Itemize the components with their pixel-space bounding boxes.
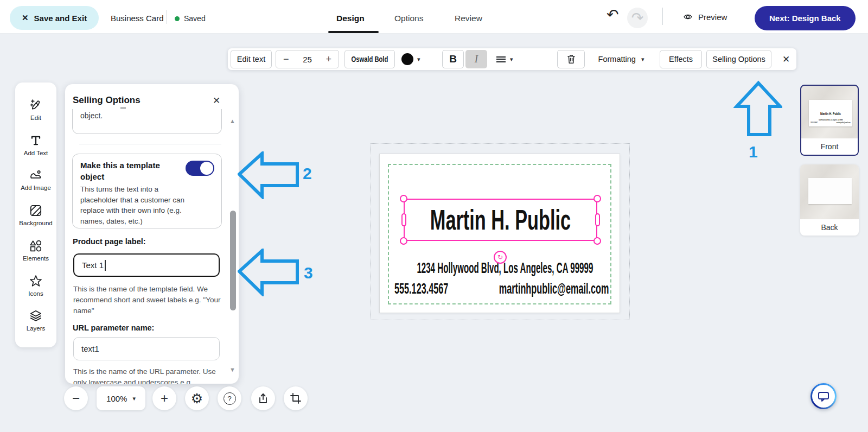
star-icon xyxy=(29,274,43,288)
sidebar-item-background[interactable]: Background xyxy=(19,204,52,226)
align-lines-icon xyxy=(496,55,506,63)
chevron-down-icon: ▾ xyxy=(510,56,513,63)
panel-scrollbar-thumb[interactable] xyxy=(230,211,236,310)
tools-sidebar: Edit Add Text Add Image Background xyxy=(15,82,56,347)
tab-review[interactable]: Review xyxy=(455,14,482,23)
save-status: Saved xyxy=(175,14,206,23)
chat-button[interactable] xyxy=(810,383,837,409)
product-page-label-input[interactable]: Text 1 xyxy=(73,253,220,277)
rotate-handle[interactable]: ↻ xyxy=(494,251,507,264)
thumbnail-back[interactable]: Back xyxy=(800,164,859,236)
question-icon: ? xyxy=(224,392,236,405)
zoom-level-value: 100% xyxy=(106,394,127,403)
redo-button[interactable]: ↷ xyxy=(627,8,648,28)
sidebar-item-label: Layers xyxy=(27,325,46,332)
text-align-button[interactable]: ▾ xyxy=(496,50,520,68)
product-page-label-value: Text 1 xyxy=(82,261,104,270)
scroll-down-icon[interactable]: ▼ xyxy=(229,366,235,373)
save-and-exit-button[interactable]: ✕ Save and Exit xyxy=(10,6,99,30)
italic-button[interactable]: I xyxy=(465,50,487,68)
resize-handle-bottom-right[interactable] xyxy=(593,237,601,245)
annotation-arrow-left-3 xyxy=(238,249,299,296)
annotation-arrow-up-1 xyxy=(733,80,782,137)
resize-handle-top-left[interactable] xyxy=(400,195,407,202)
next-design-back-button[interactable]: Next: Design Back xyxy=(755,6,856,30)
resize-handle-right[interactable] xyxy=(595,213,600,226)
sidebar-item-label: Edit xyxy=(30,115,41,121)
eye-icon xyxy=(682,12,693,21)
bold-button[interactable]: B xyxy=(442,50,464,68)
close-icon: ✕ xyxy=(22,13,29,23)
card-address-text[interactable]: 1234 Hollywood Blvd, Los Angeles, CA 999… xyxy=(403,260,607,276)
resize-handle-left[interactable] xyxy=(401,213,406,226)
preview-button[interactable]: Preview xyxy=(682,9,727,24)
text-cursor xyxy=(105,260,106,271)
active-tab-underline xyxy=(328,31,379,33)
magic-pencil-icon xyxy=(29,98,43,112)
topbar-divider xyxy=(167,10,167,24)
chevron-down-icon: ▾ xyxy=(417,56,420,63)
font-size-value[interactable]: 25 xyxy=(303,55,312,64)
zoom-out-button[interactable]: − xyxy=(64,386,88,410)
selling-options-button[interactable]: Selling Options xyxy=(706,50,771,68)
top-bar: ✕ Save and Exit Business Card Saved Desi… xyxy=(0,0,868,34)
sidebar-item-label: Add Text xyxy=(24,150,48,156)
sidebar-item-edit[interactable]: Edit xyxy=(29,98,43,121)
url-parameter-label: URL parameter name: xyxy=(73,323,154,332)
product-page-label: Product page label: xyxy=(73,237,146,246)
url-parameter-input[interactable]: text1 xyxy=(73,337,220,360)
zoom-in-button[interactable]: + xyxy=(152,386,176,410)
zoom-level-dropdown[interactable]: 100% ▾ xyxy=(97,386,145,410)
font-size-decrease-button[interactable]: − xyxy=(283,54,289,65)
panel-divider xyxy=(79,144,221,144)
resize-handle-top-right[interactable] xyxy=(593,195,601,202)
formatting-dropdown[interactable]: Formatting ▾ xyxy=(594,50,648,68)
effects-button[interactable]: Effects xyxy=(660,50,702,68)
card-email-text[interactable]: martinhpublic@email.com xyxy=(478,281,609,297)
sidebar-item-layers[interactable]: Layers xyxy=(27,309,46,332)
sidebar-item-label: Elements xyxy=(23,255,49,262)
tab-options[interactable]: Options xyxy=(394,14,423,23)
sidebar-item-add-image[interactable]: Add Image xyxy=(21,168,51,191)
resize-handle-bottom-left[interactable] xyxy=(400,237,407,245)
delete-button[interactable] xyxy=(557,50,585,68)
text-selection-box[interactable] xyxy=(404,199,597,241)
scroll-up-icon[interactable]: ▲ xyxy=(229,118,235,124)
template-toggle[interactable] xyxy=(186,161,214,176)
font-family-button[interactable]: Oswald Bold xyxy=(344,50,395,68)
annotation-number-1: 1 xyxy=(749,143,758,161)
text-color-button[interactable]: ▾ xyxy=(401,50,426,68)
chevron-down-icon: ▾ xyxy=(132,395,136,402)
front-label: Front xyxy=(801,138,858,155)
trash-icon xyxy=(566,54,576,65)
selling-options-panel: Selling Options ✕ object. Make this a te… xyxy=(65,84,239,384)
sidebar-item-icons[interactable]: Icons xyxy=(28,274,43,297)
crop-icon xyxy=(290,393,301,404)
text-icon xyxy=(29,134,43,148)
toolbar-close-button[interactable]: ✕ xyxy=(778,50,794,68)
sidebar-item-label: Add Image xyxy=(21,185,51,191)
thumbnail-front[interactable]: Martin H. Public 1234 Hollywood Blvd, Lo… xyxy=(800,85,859,156)
crop-button[interactable] xyxy=(284,386,308,410)
mini-name: Martin H. Public xyxy=(820,112,841,116)
panel-close-icon[interactable]: ✕ xyxy=(213,95,220,106)
undo-icon[interactable]: ↶ xyxy=(607,8,619,22)
panel-title: Selling Options xyxy=(73,95,141,106)
font-size-increase-button[interactable]: + xyxy=(326,54,331,65)
preview-label: Preview xyxy=(698,12,727,22)
share-button[interactable] xyxy=(251,386,275,410)
sidebar-item-add-text[interactable]: Add Text xyxy=(24,134,48,156)
settings-button[interactable]: ⚙ xyxy=(185,386,209,410)
help-button[interactable]: ? xyxy=(218,386,241,410)
chevron-down-icon: ▾ xyxy=(641,56,644,63)
text-toolbar: Edit text − 25 + Oswald Bold ▾ B I ▾ xyxy=(228,48,796,70)
template-toggle-label: Make this a template object xyxy=(80,160,183,182)
back-minicard xyxy=(808,178,852,204)
url-parameter-value: text1 xyxy=(81,344,99,353)
annotation-number-2: 2 xyxy=(303,164,312,183)
topbar-divider-2 xyxy=(662,8,663,25)
tab-design[interactable]: Design xyxy=(336,14,365,23)
edit-text-button[interactable]: Edit text xyxy=(231,50,272,68)
sidebar-item-elements[interactable]: Elements xyxy=(23,239,49,262)
annotation-number-3: 3 xyxy=(304,264,313,282)
